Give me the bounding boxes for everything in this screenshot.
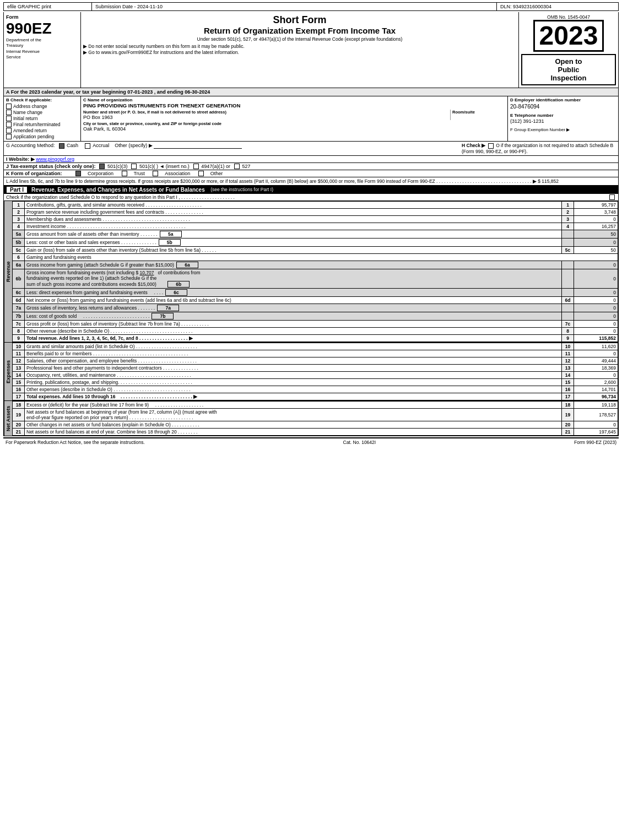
527-checkbox[interactable] [234,164,240,169]
org-name: PING PROVIDING INSTRUMENTS FOR THENEXT G… [83,102,505,109]
omb: OMB No. 1545-0047 [547,14,590,20]
city-row: City or town, state or province, country… [83,121,505,132]
check-app-pending: Application pending [6,134,78,139]
k-label: K Form of organization: [6,171,62,176]
website-label: I Website: ▶ [6,156,35,162]
expenses-section: Expenses 10 Grants and similar amounts p… [3,343,619,401]
table-row: 10 Grants and similar amounts paid (list… [13,343,618,350]
l-text: L Add lines 5b, 6c, and 7b to line 9 to … [6,178,559,184]
table-row: 7a Gross sales of inventory, less return… [13,304,618,312]
title-block: Short Form Return of Organization Exempt… [81,12,519,88]
phone-value: (312) 391-1231 [510,118,616,124]
table-row: 21 Net assets or fund balances at end of… [13,429,618,436]
main-header: Form 990EZ Department of the Treasury In… [3,12,619,88]
schedule-o-checkbox[interactable] [609,194,615,200]
l-row: L Add lines 5b, 6c, and 7b to line 9 to … [3,177,619,186]
section-a-content: B Check if applicable: Address change Na… [3,96,619,142]
city-val: Oak Park, IL 60304 [83,126,505,132]
g-row: G Accounting Method: Cash Accrual Other … [3,142,619,156]
assoc-checkbox[interactable] [153,171,158,176]
table-row: 15 Printing, publications, postage, and … [13,379,618,386]
table-row: 7b Less: cost of goods sold . . . . . . … [13,312,618,321]
return-title: Return of Organization Exempt From Incom… [83,26,516,35]
top-header: efile GRAPHIC print Submission Date - 20… [3,2,619,11]
revenue-section: Revenue 1 Contributions, gifts, grants, … [3,201,619,343]
footer-right: Form 990-EZ (2023) [574,440,616,445]
part1-check-instruction: Check if the organization used Schedule … [3,194,619,201]
table-row: 5b Less: cost or other basis and sales e… [13,239,618,247]
501c3-checkbox[interactable] [99,164,105,169]
h-checkbox[interactable] [488,143,494,149]
501c-checkbox[interactable] [131,164,137,169]
expenses-label: Expenses [4,343,12,400]
other-org-checkbox[interactable] [198,171,204,176]
short-form-title: Short Form [83,14,516,26]
cash-checkbox[interactable] [59,143,64,149]
table-row: 19 Net assets or fund balances at beginn… [13,409,618,421]
part1-label: Part I [7,187,27,193]
table-row: 18 Excess or (deficit) for the year (Sub… [13,402,618,409]
efile-text: efile GRAPHIC print [7,4,51,9]
col-d: D Employer identification number 20-8476… [508,96,618,141]
address-change-checkbox[interactable] [6,104,12,109]
accrual-checkbox[interactable] [85,143,90,149]
tax-exempt-row: J Tax-exempt status (check only one): 50… [3,163,619,171]
revenue-label: Revenue [4,201,12,342]
d-label: D Employer identification number [510,97,616,102]
h-block: H Check ▶ O if the organization is not r… [462,143,616,154]
table-row: 13 Professional fees and other payments … [13,365,618,372]
trust-checkbox[interactable] [122,171,127,176]
part1-title-note: (see the instructions for Part I) [209,187,273,193]
b-label: B Check if applicable: [6,97,78,102]
address-val: PO Box 1963 [83,115,448,120]
table-row: 1 Contributions, gifts, grants, and simi… [13,202,618,209]
table-row: 6b Gross income from fundraising events … [13,269,618,289]
page: efile GRAPHIC print Submission Date - 20… [0,0,622,448]
j-label: J Tax-exempt status (check only one): [6,164,95,169]
table-row: 6c Less: direct expenses from gaming and… [13,289,618,297]
net-assets-table: 18 Excess or (deficit) for the year (Sub… [12,401,618,436]
city-label: City or town, state or province, country… [83,121,505,126]
dln-text: DLN: 93492316000304 [500,4,551,9]
corp-checkbox[interactable] [75,171,81,176]
revenue-table: 1 Contributions, gifts, grants, and simi… [12,201,618,342]
website-url[interactable]: www.pingoprf.org [36,156,74,162]
table-row: 9 Total revenue. Add lines 1, 2, 3, 4, 5… [13,335,618,342]
instruction2: ▶ Go to www.irs.gov/Form990EZ for instru… [83,50,516,55]
instruction1: ▶ Do not enter social security numbers o… [83,44,516,49]
final-return-checkbox[interactable] [6,122,12,127]
initial-return-checkbox[interactable] [6,116,12,121]
e-label: E Telephone number [510,113,616,118]
table-row: 5c Gain or (loss) from sale of assets ot… [13,247,618,254]
table-row: 8 Other revenue (describe in Schedule O)… [13,328,618,335]
amended-return-checkbox[interactable] [6,128,12,133]
footer-cat: Cat. No. 10642I [343,440,376,445]
table-row: 2 Program service revenue including gove… [13,209,618,216]
table-row: 20 Other changes in net assets or fund b… [13,421,618,429]
check-amended-return: Amended return [6,128,78,133]
dept-info: Department of the Treasury Internal Reve… [6,37,78,61]
table-row: 12 Salaries, other compensation, and emp… [13,357,618,365]
table-row: 7c Gross profit or (loss) from sales of … [13,321,618,328]
subtitle: Under section 501(c), 527, or 4947(a)(1)… [83,36,516,42]
net-assets-section: Net Assets 18 Excess or (deficit) for th… [3,401,619,436]
website-row: I Website: ▶ www.pingoprf.org [3,156,619,163]
name-change-checkbox[interactable] [6,110,12,115]
expenses-table: 10 Grants and similar amounts paid (list… [12,343,618,400]
room-label: Room/suite [452,110,505,115]
4947a1-checkbox[interactable] [193,164,199,169]
ein-value: 20-8476094 [510,104,616,110]
app-pending-checkbox[interactable] [6,134,12,139]
section-a-header: A For the 2023 calendar year, or tax yea… [3,88,619,96]
col-b: B Check if applicable: Address change Na… [4,96,81,141]
submission-date: Submission Date - 2024-11-10 [92,3,497,10]
c-label: C Name of organization [83,97,505,102]
part1-title: Revenue, Expenses, and Changes in Net As… [31,187,205,193]
check-initial-return: Initial return [6,116,78,121]
efile-label: efile GRAPHIC print [4,3,92,10]
submission-text: Submission Date - 2024-11-10 [95,4,163,9]
net-assets-label: Net Assets [4,401,12,436]
table-row: 16 Other expenses (describe in Schedule … [13,386,618,393]
table-row: 17 Total expenses. Add lines 10 through … [13,393,618,400]
col-c: C Name of organization PING PROVIDING IN… [81,96,508,141]
